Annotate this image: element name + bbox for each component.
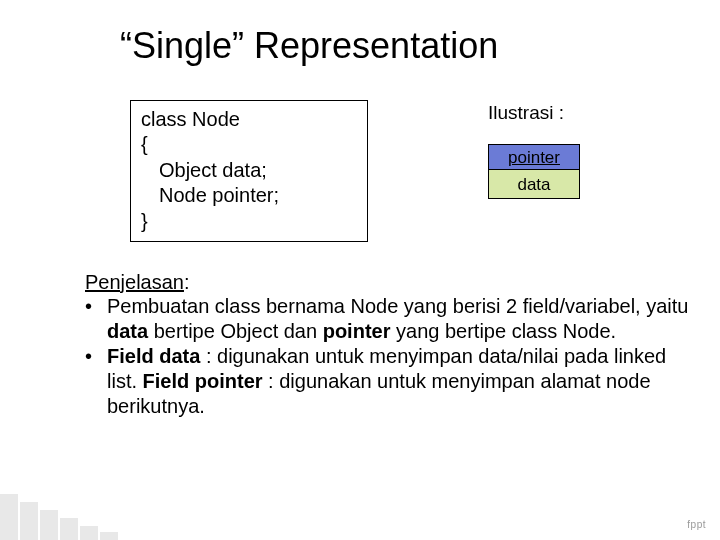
code-line: { xyxy=(141,132,355,158)
text-span: bertipe Object dan xyxy=(148,320,323,342)
code-line: Object data; xyxy=(141,158,355,184)
explanation-block: Penjelasan: • Pembuatan class bernama No… xyxy=(85,270,690,419)
text-bold: data xyxy=(107,320,148,342)
node-diagram: pointer data xyxy=(488,144,580,200)
content-row: class Node { Object data; Node pointer; … xyxy=(130,100,690,242)
illustration-column: Ilustrasi : pointer data xyxy=(488,102,580,200)
page-title: “Single” Representation xyxy=(120,26,690,66)
code-line: } xyxy=(141,209,355,235)
deco-bar xyxy=(0,494,18,540)
slide: “Single” Representation class Node { Obj… xyxy=(0,0,720,540)
node-data-cell: data xyxy=(489,170,579,198)
text-span: Pembuatan class bernama Node yang berisi… xyxy=(107,295,688,317)
bullet-text: Pembuatan class bernama Node yang berisi… xyxy=(107,294,690,344)
text-bold: pointer xyxy=(323,320,391,342)
deco-bar xyxy=(100,532,118,540)
deco-bar xyxy=(60,518,78,540)
text-bold: Field data xyxy=(107,345,200,367)
deco-bar xyxy=(80,526,98,540)
footer-decoration xyxy=(0,490,130,540)
code-line: Node pointer; xyxy=(141,183,355,209)
deco-bar xyxy=(20,502,38,540)
bullet-item: • Pembuatan class bernama Node yang beri… xyxy=(85,294,690,344)
illustration-label: Ilustrasi : xyxy=(488,102,580,124)
explanation-heading: Penjelasan xyxy=(85,271,184,293)
node-pointer-cell: pointer xyxy=(489,145,579,170)
explanation-heading-line: Penjelasan: xyxy=(85,270,690,295)
bullet-item: • Field data : digunakan untuk menyimpan… xyxy=(85,344,690,418)
explanation-colon: : xyxy=(184,271,190,293)
bullet-icon: • xyxy=(85,344,107,418)
code-block: class Node { Object data; Node pointer; … xyxy=(130,100,368,242)
deco-bar xyxy=(40,510,58,540)
footer-logo: fppt xyxy=(687,519,706,530)
code-line: class Node xyxy=(141,107,355,133)
text-span: yang bertipe class Node. xyxy=(390,320,616,342)
bullet-text: Field data : digunakan untuk menyimpan d… xyxy=(107,344,690,418)
bullet-icon: • xyxy=(85,294,107,344)
text-bold: Field pointer xyxy=(143,370,263,392)
